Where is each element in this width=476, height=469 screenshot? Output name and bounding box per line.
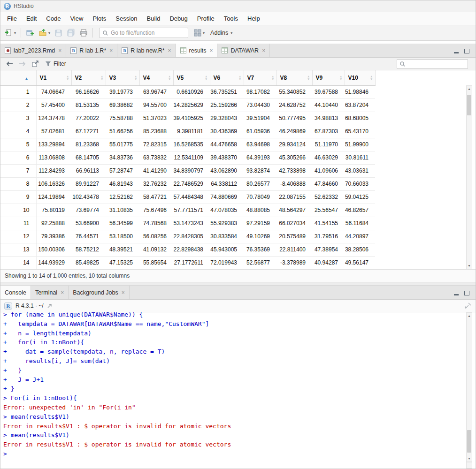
sort-arrows-icon[interactable]: ▲▼ bbox=[339, 75, 342, 81]
tab-results[interactable]: results× bbox=[176, 44, 218, 57]
menu-item-code[interactable]: Code bbox=[41, 12, 65, 25]
column-header-v2[interactable]: V2▲▼ bbox=[71, 70, 106, 85]
new-project-button[interactable] bbox=[24, 27, 36, 39]
close-tab-icon[interactable]: × bbox=[122, 290, 125, 295]
tab-r-lab-new-r[interactable]: R lab new.R*× bbox=[117, 44, 176, 57]
open-file-button[interactable]: ▾ bbox=[37, 27, 52, 39]
sort-arrows-icon[interactable]: ▲▼ bbox=[307, 75, 310, 81]
close-tab-icon[interactable]: × bbox=[58, 48, 61, 53]
scroll-up-icon[interactable]: ▲ bbox=[466, 313, 472, 319]
column-header-v8[interactable]: V8▲▼ bbox=[276, 70, 312, 85]
table-row[interactable]: 3124.3747877.2002275.5878851.3702339.410… bbox=[0, 112, 375, 125]
table-header-row: ▲V1▲▼V2▲▼V3▲▼V4▲▼V5▲▼V6▲▼V7▲▼V8▲▼V9▲▼V10… bbox=[0, 70, 375, 85]
tab-terminal[interactable]: Terminal× bbox=[31, 286, 69, 299]
menu-item-view[interactable]: View bbox=[65, 12, 88, 25]
menu-item-tools[interactable]: Tools bbox=[219, 12, 243, 25]
table-row[interactable]: 7112.8429366.9611357.2874741.4129034.839… bbox=[0, 164, 375, 177]
menu-item-session[interactable]: Session bbox=[111, 12, 142, 25]
table-row[interactable]: 257.4540081.5313569.3868294.5570014.2825… bbox=[0, 98, 375, 112]
new-file-button[interactable]: ▾ bbox=[3, 27, 17, 39]
table-cell: 30.81611 bbox=[345, 151, 375, 164]
sort-arrows-icon[interactable]: ▲▼ bbox=[168, 75, 171, 81]
column-header-v10[interactable]: V10▲▼ bbox=[345, 70, 375, 85]
scroll-up-icon[interactable]: ▲ bbox=[466, 86, 472, 92]
goto-directory-icon[interactable] bbox=[47, 303, 52, 309]
console-output[interactable]: > for (name in unique(DATAWAR$Name)) {+ … bbox=[0, 312, 476, 469]
panes-layout-button[interactable]: ▾ bbox=[192, 27, 206, 39]
forward-button[interactable] bbox=[17, 60, 28, 68]
close-tab-icon[interactable]: × bbox=[262, 48, 265, 53]
sort-arrows-icon[interactable]: ▲▼ bbox=[100, 75, 103, 81]
scroll-track[interactable] bbox=[467, 319, 472, 455]
table-row[interactable]: 6113.0680868.1470534.8373663.7383212.534… bbox=[0, 151, 375, 164]
popout-button[interactable] bbox=[31, 60, 40, 68]
tab-console[interactable]: Console bbox=[0, 286, 31, 299]
table-search-input[interactable] bbox=[407, 61, 464, 67]
tab-datawar[interactable]: DATAWAR× bbox=[217, 44, 270, 57]
scroll-thumb[interactable] bbox=[467, 95, 471, 115]
scroll-down-icon[interactable]: ▼ bbox=[466, 263, 472, 269]
row-number-column-header[interactable]: ▲ bbox=[0, 70, 36, 85]
column-header-v6[interactable]: V6▲▼ bbox=[210, 70, 244, 85]
column-header-v7[interactable]: V7▲▼ bbox=[244, 70, 276, 85]
tab-r-lab-1-r[interactable]: R lab 1.R*× bbox=[66, 44, 117, 57]
sort-arrows-icon[interactable]: ▲▼ bbox=[205, 75, 207, 81]
print-button[interactable] bbox=[78, 27, 89, 39]
filter-button[interactable]: Filter bbox=[43, 60, 68, 68]
sort-arrows-icon[interactable]: ▲▼ bbox=[134, 75, 137, 81]
table-row[interactable]: 9124.19894102.4347812.5216258.4772157.44… bbox=[0, 190, 375, 204]
sort-arrows-icon[interactable]: ▲▼ bbox=[66, 75, 69, 81]
clear-console-icon[interactable] bbox=[464, 302, 472, 310]
table-cell: 133.29894 bbox=[36, 138, 71, 151]
table-search-box[interactable] bbox=[397, 59, 468, 69]
column-header-v9[interactable]: V9▲▼ bbox=[312, 70, 345, 85]
back-button[interactable] bbox=[4, 60, 15, 68]
minimize-pane-button[interactable] bbox=[453, 48, 460, 53]
tab-lab7-2023-rmd[interactable]: lab7_2023.Rmd× bbox=[0, 44, 66, 57]
table-row[interactable]: 1075.8011973.6977431.1083575.6749657.771… bbox=[0, 204, 375, 217]
maximize-pane-button[interactable] bbox=[463, 290, 470, 295]
close-tab-icon[interactable]: × bbox=[61, 290, 64, 295]
pane-divider[interactable] bbox=[0, 282, 476, 286]
sort-arrows-icon[interactable]: ▲▼ bbox=[370, 75, 373, 81]
addins-button[interactable]: Addins ▾ bbox=[207, 27, 235, 39]
save-button[interactable] bbox=[53, 27, 64, 39]
tab-background-jobs[interactable]: Background Jobs× bbox=[69, 286, 130, 299]
table-row[interactable]: 14144.9392985.4982547.1532555.8565427.17… bbox=[0, 256, 375, 269]
back-arrow-icon bbox=[6, 61, 13, 67]
close-tab-icon[interactable]: × bbox=[209, 48, 213, 53]
scroll-thumb[interactable] bbox=[467, 430, 471, 453]
column-header-v1[interactable]: V1▲▼ bbox=[36, 70, 71, 85]
menu-item-edit[interactable]: Edit bbox=[22, 12, 41, 25]
table-row[interactable]: 13150.0030658.7521248.3952141.0913222.82… bbox=[0, 243, 375, 256]
close-tab-icon[interactable]: × bbox=[168, 48, 171, 53]
sort-arrows-icon[interactable]: ▲▼ bbox=[271, 75, 274, 81]
table-row[interactable]: 8106.1632689.9122746.8194332.7623222.748… bbox=[0, 177, 375, 190]
table-cell: 74.78568 bbox=[139, 217, 173, 230]
goto-file-box[interactable] bbox=[99, 28, 188, 38]
menu-item-profile[interactable]: Profile bbox=[192, 12, 219, 25]
goto-file-input[interactable] bbox=[111, 30, 181, 36]
close-tab-icon[interactable]: × bbox=[109, 48, 113, 53]
save-all-button[interactable] bbox=[65, 27, 77, 39]
console-vertical-scrollbar[interactable]: ▲ ▼ bbox=[466, 312, 472, 462]
column-header-v4[interactable]: V4▲▼ bbox=[139, 70, 173, 85]
scroll-track[interactable] bbox=[467, 92, 472, 263]
column-header-v5[interactable]: V5▲▼ bbox=[173, 70, 210, 85]
table-row[interactable]: 1192.2588853.6690056.3459974.7856853.147… bbox=[0, 217, 375, 230]
menu-item-build[interactable]: Build bbox=[142, 12, 165, 25]
table-row[interactable]: 174.0664796.1662639.1977363.967470.66109… bbox=[0, 85, 375, 98]
table-row[interactable]: 457.0268167.1727151.6625685.236889.39811… bbox=[0, 125, 375, 138]
table-vertical-scrollbar[interactable]: ▲ ▼ bbox=[466, 85, 472, 269]
scroll-down-icon[interactable]: ▼ bbox=[466, 455, 472, 461]
menu-item-debug[interactable]: Debug bbox=[165, 12, 192, 25]
menu-item-help[interactable]: Help bbox=[243, 12, 265, 25]
table-row[interactable]: 1279.3938676.4457153.1850056.0825622.842… bbox=[0, 230, 375, 243]
menu-item-file[interactable]: File bbox=[2, 12, 22, 25]
maximize-pane-button[interactable] bbox=[463, 48, 470, 53]
table-row[interactable]: 5133.2989481.2336855.0177572.8231516.526… bbox=[0, 138, 375, 151]
sort-arrows-icon[interactable]: ▲▼ bbox=[238, 75, 241, 81]
column-header-v3[interactable]: V3▲▼ bbox=[106, 70, 139, 85]
menu-item-plots[interactable]: Plots bbox=[88, 12, 111, 25]
minimize-pane-button[interactable] bbox=[453, 290, 460, 295]
